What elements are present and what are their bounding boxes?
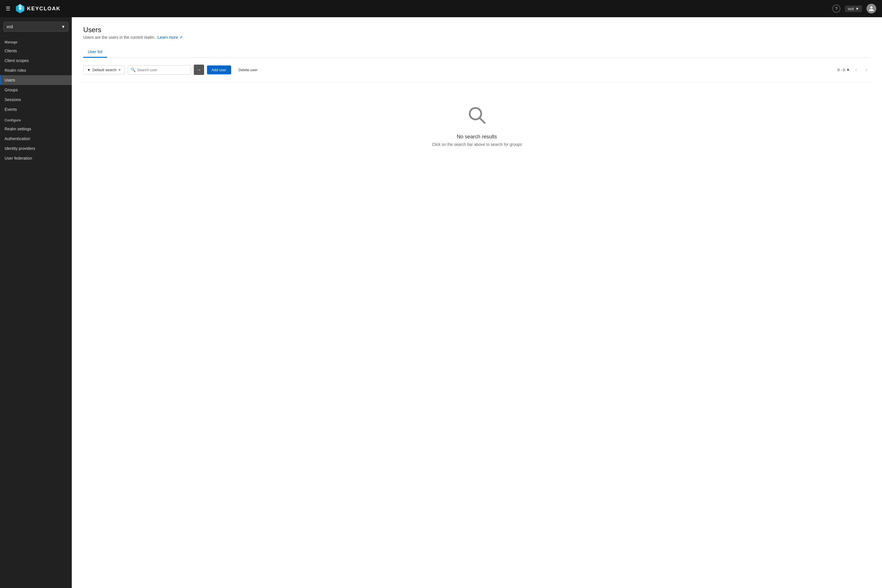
tabs-bar: User list (83, 46, 870, 58)
empty-state-subtitle: Click on the search bar above to search … (432, 142, 522, 147)
sidebar-item-groups[interactable]: Groups (0, 85, 72, 95)
sessions-label: Sessions (4, 98, 21, 102)
layout: vcd ▼ Manage Clients Client scopes Realm… (0, 17, 882, 588)
main-content: Users Users are the users in the current… (72, 17, 882, 588)
empty-state: No search results Click on the search ba… (83, 82, 870, 170)
svg-point-5 (19, 8, 21, 10)
sidebar: vcd ▼ Manage Clients Client scopes Realm… (0, 17, 72, 588)
manage-section-label: Manage (0, 36, 72, 46)
sidebar-item-identity-providers[interactable]: Identity providers (0, 144, 72, 153)
pagination: 0 - 0 ▼ ‹ › (837, 66, 870, 74)
navbar: ☰ KEYCLOAK ? vcd ▼ (0, 0, 882, 17)
page-title: Users (83, 26, 870, 34)
svg-line-7 (480, 118, 484, 123)
app-name: KEYCLOAK (27, 6, 61, 12)
pagination-next-button[interactable]: › (862, 66, 870, 74)
help-icon: ? (835, 6, 837, 11)
empty-state-title: No search results (457, 134, 497, 140)
events-label: Events (4, 107, 17, 112)
default-search-button[interactable]: ▼ Default search ▼ (83, 66, 125, 74)
hamburger-menu[interactable]: ☰ (6, 6, 10, 12)
empty-search-icon (467, 105, 487, 128)
avatar-icon (868, 6, 874, 12)
sidebar-item-realm-settings[interactable]: Realm settings (0, 124, 72, 134)
sidebar-item-user-federation[interactable]: User federation (0, 153, 72, 163)
pagination-count: 0 - 0 (837, 68, 845, 72)
groups-label: Groups (4, 88, 18, 92)
sidebar-item-users[interactable]: Users (0, 75, 72, 85)
users-label: Users (4, 78, 15, 82)
sidebar-realm-arrow: ▼ (61, 24, 65, 29)
realm-settings-label: Realm settings (4, 127, 31, 131)
authentication-label: Authentication (4, 136, 30, 141)
sidebar-item-realm-roles[interactable]: Realm roles (0, 66, 72, 75)
pagination-dropdown-icon[interactable]: ▼ (846, 68, 850, 72)
add-user-button[interactable]: Add user (207, 66, 231, 74)
sidebar-realm-label: vcd (7, 24, 13, 29)
go-arrow-icon: → (196, 67, 201, 72)
filter-icon: ▼ (87, 68, 91, 72)
page-subtitle: Users are the users in the current realm… (83, 35, 870, 40)
app-logo: KEYCLOAK (15, 3, 61, 14)
help-button[interactable]: ? (832, 4, 840, 13)
client-scopes-label: Client scopes (4, 58, 29, 63)
external-link-icon: ↗ (179, 35, 183, 40)
configure-section-label: Configure (0, 114, 72, 124)
tab-user-list[interactable]: User list (83, 46, 107, 58)
realm-name-label: vcd (848, 7, 854, 11)
realm-dropdown-arrow: ▼ (855, 7, 859, 11)
keycloak-logo-icon (15, 3, 25, 14)
toolbar: ▼ Default search ▼ 🔍 → Add user Delete u… (83, 64, 870, 75)
delete-user-button[interactable]: Delete user (234, 66, 262, 74)
pagination-prev-button[interactable]: ‹ (852, 66, 860, 74)
user-avatar[interactable] (867, 4, 876, 14)
pagination-count-wrap: 0 - 0 ▼ (837, 68, 850, 72)
search-input[interactable] (128, 65, 191, 75)
search-wrap: 🔍 (128, 65, 191, 75)
navbar-right: ? vcd ▼ (832, 4, 876, 14)
identity-providers-label: Identity providers (4, 146, 35, 151)
sidebar-item-clients[interactable]: Clients (0, 46, 72, 56)
filter-dropdown-icon: ▼ (118, 68, 121, 72)
sidebar-item-sessions[interactable]: Sessions (0, 95, 72, 105)
search-icon: 🔍 (130, 68, 135, 72)
realm-dropdown[interactable]: vcd ▼ (3, 22, 68, 32)
realm-selector[interactable]: vcd ▼ (845, 6, 862, 12)
search-go-button[interactable]: → (194, 64, 204, 75)
sidebar-item-authentication[interactable]: Authentication (0, 134, 72, 144)
clients-label: Clients (4, 48, 17, 53)
learn-more-link[interactable]: Learn more ↗ (158, 35, 182, 40)
user-federation-label: User federation (4, 156, 32, 160)
realm-roles-label: Realm roles (4, 68, 26, 73)
sidebar-item-events[interactable]: Events (0, 105, 72, 114)
sidebar-item-client-scopes[interactable]: Client scopes (0, 56, 72, 66)
no-results-icon (467, 105, 487, 125)
